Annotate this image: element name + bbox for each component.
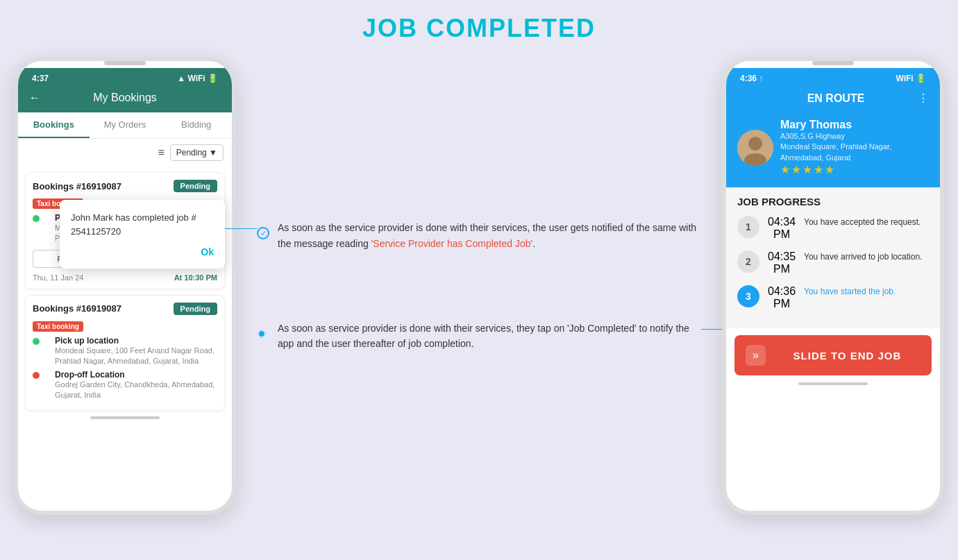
step-time-3: 04:36 [768, 285, 796, 298]
booking-header-2: Bookings #16919087 Pending [33, 303, 217, 315]
check-icon-top: ✓ [257, 227, 269, 239]
booking-time-1: At 10:30 PM [174, 273, 217, 282]
pickup-label-2: Pick up location [55, 336, 217, 346]
page-title: JOB COMPLETED [362, 14, 596, 43]
dropoff-block-2: Drop-off Location Godrej Garden City, Ch… [55, 370, 217, 401]
booking-date-1: Thu, 11 Jan 24 [33, 273, 83, 282]
step-circle-3: 3 [737, 285, 759, 307]
left-phone: 4:37 ▲ WiFi 🔋 ← My Bookings Bookings My … [14, 57, 236, 515]
status-icons-left: ▲ WiFi 🔋 [177, 74, 218, 83]
annotation-top: ✓ As soon as the service provider is don… [257, 220, 701, 251]
progress-step-2: 2 04:35 PM You have arrived to job locat… [737, 251, 929, 275]
dialog-ok-button[interactable]: Ok [71, 246, 214, 257]
slide-text: SLIDE TO END JOB [774, 350, 921, 362]
user-rating: ★★★★★ [780, 163, 891, 176]
booking-status-2: Pending [174, 303, 217, 315]
middle-annotations: ✓ As soon as the service provider is don… [236, 206, 722, 366]
annotation-text-bottom: As soon as service provider is done with… [278, 321, 701, 352]
step-time-2: 04:35 [768, 251, 796, 263]
completed-dialog: John Mark has completed job # 2541125720… [60, 200, 225, 269]
notch [104, 61, 146, 65]
step-time-suffix-2: PM [773, 263, 790, 275]
notch-right [812, 61, 854, 65]
dialog-text: John Mark has completed job # 2541125720 [71, 211, 214, 238]
dropoff-address-2: Godrej Garden City, Chandkheda, Ahmedaba… [55, 380, 217, 401]
annotation-text-top: As soon as the service provider is done … [278, 220, 701, 251]
annotation-bottom: As soon as service provider is done with… [257, 321, 701, 352]
step-time-suffix-3: PM [773, 298, 790, 310]
booking-header-1: Bookings #16919087 Pending [33, 180, 217, 192]
menu-icon-right[interactable]: ⋮ [918, 92, 929, 105]
booking-status-1: Pending [174, 180, 217, 192]
annotation-text-top-content: As soon as the service provider is done … [278, 222, 696, 248]
user-name: Mary Thomas [780, 119, 891, 131]
status-bar-right: 4:36 ↑ WiFi 🔋 [726, 68, 940, 86]
tab-bookings[interactable]: Bookings [18, 112, 90, 138]
booking-id-2: Bookings #16919087 [33, 303, 121, 314]
tab-my-orders[interactable]: My Orders [90, 112, 161, 138]
top-bar-title-right: EN ROUTE [807, 92, 865, 105]
user-address-3: Ahmedabad, Gujarat [780, 153, 891, 163]
home-indicator-right [798, 382, 868, 385]
step-time-block-2: 04:35 PM [768, 251, 796, 275]
main-content: 4:37 ▲ WiFi 🔋 ← My Bookings Bookings My … [14, 57, 944, 515]
status-icons-right: WiFi 🔋 [896, 74, 926, 83]
step-circle-1: 1 [737, 216, 759, 238]
pickup-block-2: Pick up location Mondeal Square, 100 Fee… [55, 336, 217, 367]
step-desc-3: You have started the job. [804, 285, 929, 296]
dropoff-row-2: Drop-off Location Godrej Garden City, Ch… [33, 370, 217, 401]
tabs-left: Bookings My Orders Bidding [18, 112, 232, 139]
pickup-row-2: Pick up location Mondeal Square, 100 Fee… [33, 336, 217, 367]
pending-dropdown[interactable]: Pending ▼ [170, 144, 224, 161]
status-bar-left: 4:37 ▲ WiFi 🔋 [18, 68, 232, 86]
user-address-2: Mondeal Square, Prahlad Nagar, [780, 142, 891, 152]
booking-footer-1: Thu, 11 Jan 24 At 10:30 PM [33, 273, 217, 282]
booking-type-2: Taxi booking [33, 321, 83, 332]
user-info-bar: Mary Thomas A305,S.G Highway Mondeal Squ… [726, 113, 940, 187]
progress-step-1: 1 04:34 PM You have accepted the request… [737, 216, 929, 241]
annotation-text-bottom-content: As soon as service provider is done with… [278, 323, 689, 349]
user-avatar [737, 130, 773, 166]
step-time-block-1: 04:34 PM [768, 216, 796, 241]
step-circle-2: 2 [737, 251, 759, 273]
filter-icon[interactable]: ≡ [158, 146, 164, 159]
dropoff-dot-2 [33, 372, 40, 379]
booking-id-1: Bookings #16919087 [33, 181, 121, 192]
pickup-dot-2 [33, 338, 40, 345]
home-indicator-left [90, 416, 160, 419]
step-desc-1: You have accepted the request. [804, 216, 929, 227]
step-time-suffix-1: PM [773, 228, 790, 241]
dropoff-label-2: Drop-off Location [55, 370, 217, 380]
top-bar-title-left: My Bookings [29, 92, 221, 104]
dot-icon-bottom [257, 329, 267, 339]
pickup-dot-1 [33, 215, 40, 222]
time-left: 4:37 [32, 74, 49, 83]
slide-arrows-icon: » [746, 345, 766, 366]
step-time-1: 04:34 [768, 216, 796, 228]
back-arrow[interactable]: ← [29, 92, 40, 104]
filter-row: ≡ Pending ▼ [18, 139, 232, 167]
tab-bidding[interactable]: Bidding [160, 112, 232, 138]
user-address-1: A305,S.G Highway [780, 131, 891, 142]
step-time-block-3: 04:36 PM [768, 285, 796, 310]
time-right: 4:36 ↑ [740, 74, 763, 83]
top-bar-left: ← My Bookings [18, 86, 232, 112]
step-desc-2: You have arrived to job location. [804, 251, 929, 262]
progress-step-3: 3 04:36 PM You have started the job. [737, 285, 929, 310]
slide-to-end-job-button[interactable]: » SLIDE TO END JOB [734, 335, 932, 375]
job-progress-section: JOB PROGRESS 1 04:34 PM You have accepte… [726, 187, 940, 328]
top-bar-right: EN ROUTE ⋮ [726, 86, 940, 113]
pickup-address-2: Mondeal Square, 100 Feet Anand Nagar Roa… [55, 346, 217, 367]
booking-card-2: Bookings #16919087 Pending Taxi booking … [25, 295, 225, 411]
svg-point-1 [748, 137, 762, 151]
user-details: Mary Thomas A305,S.G Highway Mondeal Squ… [780, 119, 891, 176]
booking-card-1: Bookings #16919087 Pending Taxi booking … [25, 172, 225, 289]
right-phone: 4:36 ↑ WiFi 🔋 EN ROUTE ⋮ Mary Thomas A30… [722, 57, 944, 515]
job-progress-title: JOB PROGRESS [737, 196, 929, 207]
